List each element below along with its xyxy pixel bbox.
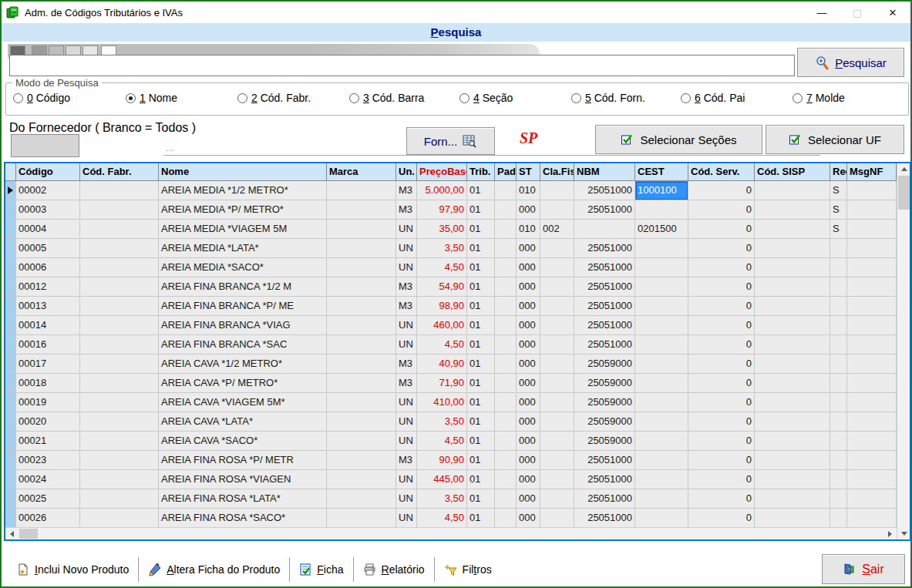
selecionar-uf-button[interactable]: Selecionar UF <box>766 125 904 154</box>
grid-cell[interactable] <box>755 277 830 297</box>
grid-cell[interactable]: 3,50 <box>417 489 467 509</box>
grid-cell[interactable] <box>755 181 830 200</box>
grid-cell[interactable]: 01 <box>467 220 495 239</box>
grid-cell[interactable]: 01 <box>467 374 495 393</box>
grid-cell[interactable]: 010 <box>517 181 540 200</box>
grid-cell[interactable] <box>540 412 574 432</box>
grid-cell[interactable] <box>327 200 396 220</box>
grid-cell[interactable] <box>80 258 159 277</box>
column-header-msgnf[interactable]: MsgNF <box>847 163 897 180</box>
grid-cell[interactable] <box>635 239 688 258</box>
grid-cell[interactable]: 01 <box>467 181 495 200</box>
grid-cell[interactable]: 00020 <box>16 412 80 432</box>
grid-cell[interactable] <box>830 316 847 335</box>
grid-cell[interactable] <box>495 239 517 258</box>
grid-cell[interactable] <box>847 200 897 220</box>
grid-cell[interactable]: 54,90 <box>417 277 467 297</box>
grid-cell[interactable]: 0 <box>688 220 755 239</box>
grid-cell[interactable] <box>80 489 159 509</box>
grid-cell[interactable] <box>755 200 830 220</box>
grid-cell[interactable] <box>635 470 688 489</box>
grid-cell[interactable]: 97,90 <box>417 200 467 220</box>
grid-cell[interactable]: UN <box>396 432 417 451</box>
grid-cell[interactable] <box>495 220 517 239</box>
grid-cell[interactable] <box>327 412 396 432</box>
grid-cell[interactable]: 25051000 <box>574 316 635 335</box>
grid-cell[interactable]: 01 <box>467 239 495 258</box>
grid-cell[interactable] <box>495 200 517 220</box>
grid-cell[interactable]: 00024 <box>16 470 80 489</box>
grid-cell[interactable]: 0 <box>688 489 755 509</box>
grid-cell[interactable] <box>327 374 396 393</box>
grid-cell[interactable]: 71,90 <box>417 374 467 393</box>
ficha-button[interactable]: Ficha <box>290 556 352 583</box>
grid-cell[interactable] <box>635 258 688 277</box>
grid-cell[interactable] <box>80 470 159 489</box>
grid-cell[interactable] <box>830 451 847 470</box>
grid-cell[interactable]: UN <box>396 258 417 277</box>
grid-cell[interactable] <box>80 335 159 354</box>
grid-cell[interactable] <box>495 335 517 354</box>
grid-cell[interactable] <box>847 258 897 277</box>
grid-cell[interactable]: 4,50 <box>417 509 467 527</box>
grid-cell[interactable] <box>540 393 574 412</box>
grid-cell[interactable] <box>327 470 396 489</box>
grid-cell[interactable]: 25051000 <box>574 335 635 354</box>
grid-cell[interactable] <box>635 509 688 527</box>
grid-cell[interactable]: 00005 <box>16 239 80 258</box>
grid-cell[interactable] <box>830 277 847 297</box>
grid-cell[interactable]: 00012 <box>16 277 80 297</box>
grid-cell[interactable]: 00017 <box>16 354 80 374</box>
grid-cell[interactable] <box>830 297 847 316</box>
grid-cell[interactable] <box>847 297 897 316</box>
grid-cell[interactable] <box>635 297 688 316</box>
grid-cell[interactable] <box>755 258 830 277</box>
grid-cell[interactable] <box>495 316 517 335</box>
grid-cell[interactable]: 01 <box>467 451 495 470</box>
grid-cell[interactable]: 25051000 <box>574 451 635 470</box>
grid-cell[interactable] <box>80 451 159 470</box>
column-header-padr[interactable]: Padr <box>495 163 517 180</box>
grid-cell[interactable]: 000 <box>517 470 540 489</box>
scroll-down-icon[interactable] <box>897 528 910 539</box>
grid-cell[interactable] <box>327 316 396 335</box>
grid-cell[interactable]: M3 <box>396 354 417 374</box>
grid-cell[interactable]: 01 <box>467 509 495 527</box>
grid-cell[interactable] <box>830 489 847 509</box>
grid-cell[interactable]: 00023 <box>16 451 80 470</box>
grid-cell[interactable]: 0201500 <box>635 220 688 239</box>
grid-cell[interactable]: 410,00 <box>417 393 467 412</box>
grid-cell[interactable] <box>327 258 396 277</box>
grid-cell[interactable]: AREIA MEDIA *LATA* <box>159 239 327 258</box>
grid-cell[interactable] <box>830 393 847 412</box>
grid-cell[interactable] <box>80 277 159 297</box>
radio-mode-6[interactable]: 6 Cód. Pai <box>681 92 745 104</box>
column-header-pre-obase[interactable]: PreçoBase <box>417 163 467 180</box>
grid-cell[interactable] <box>830 354 847 374</box>
column-header-cla-fis-[interactable]: Cla.Fis. <box>540 163 574 180</box>
grid-cell[interactable] <box>755 412 830 432</box>
grid-cell[interactable] <box>847 354 897 374</box>
grid-cell[interactable] <box>327 297 396 316</box>
grid-cell[interactable] <box>755 316 830 335</box>
grid-cell[interactable] <box>755 509 830 527</box>
radio-mode-2[interactable]: 2 Cód. Fabr. <box>237 92 311 104</box>
grid-cell[interactable] <box>327 393 396 412</box>
grid-cell[interactable] <box>755 451 830 470</box>
grid-cell[interactable] <box>635 451 688 470</box>
grid-cell[interactable]: UN <box>396 393 417 412</box>
grid-cell[interactable] <box>755 393 830 412</box>
grid-cell[interactable]: 01 <box>467 297 495 316</box>
grid-horizontal-scrollbar[interactable] <box>5 527 897 539</box>
column-header-trib-[interactable]: Trib. <box>467 163 495 180</box>
grid-cell[interactable]: 000 <box>517 277 540 297</box>
grid-cell[interactable] <box>540 451 574 470</box>
grid-cell[interactable]: 25051000 <box>574 239 635 258</box>
grid-cell[interactable]: 00006 <box>16 258 80 277</box>
grid-cell[interactable]: AREIA FINA ROSA *SACO* <box>159 509 327 527</box>
grid-cell[interactable]: 0 <box>688 509 755 527</box>
grid-cell[interactable] <box>540 258 574 277</box>
grid-cell[interactable] <box>80 220 159 239</box>
grid-cell[interactable] <box>755 297 830 316</box>
inclui-novo-produto-button[interactable]: Inclui Novo Produto <box>8 556 138 583</box>
